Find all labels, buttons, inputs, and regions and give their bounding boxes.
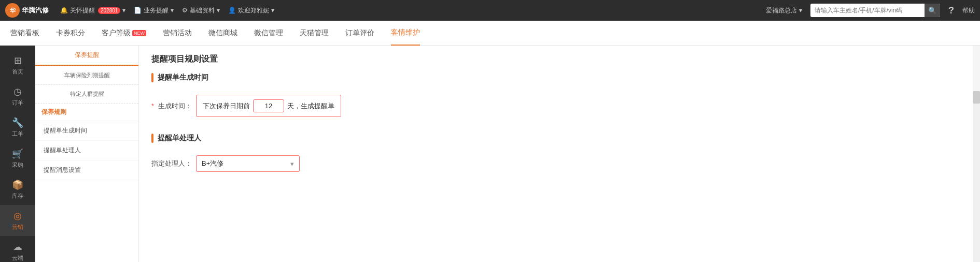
required-star: * (151, 102, 154, 110)
sidebar-item-inventory[interactable]: 📦 库存 (0, 174, 35, 205)
topnav-item-guanhuai[interactable]: 🔔 关怀提醒 202801 ▾ (60, 6, 125, 15)
tab-yingxiao-kanban[interactable]: 营销看板 (10, 21, 39, 46)
sidebar-item-purchase[interactable]: 🛒 采购 (0, 143, 35, 174)
sidebar-item-order[interactable]: ◷ 订单 (0, 81, 35, 112)
main-layout: ⊞ 首页 ◷ 订单 🔧 工单 🛒 采购 📦 库存 ◎ 营销 ☁ 云端 (0, 46, 980, 262)
tab-yingxiao-huodong[interactable]: 营销活动 (163, 21, 192, 46)
sidebar: ⊞ 首页 ◷ 订单 🔧 工单 🛒 采购 📦 库存 ◎ 营销 ☁ 云端 (0, 46, 35, 262)
global-search: 🔍 (810, 4, 940, 17)
sidebar-label-cloud: 云端 (12, 254, 23, 262)
brand-logo: 华 华腾汽修 (5, 3, 52, 18)
doc-icon: 📄 (134, 7, 142, 14)
sidebar-label-home: 首页 (12, 68, 23, 76)
sidebar-label-workorder: 工单 (12, 130, 23, 138)
search-input[interactable] (810, 7, 925, 14)
gear-icon: ⚙ (182, 7, 188, 14)
section-bar-2 (151, 134, 153, 143)
second-navigation: 营销看板 卡券积分 客户等级 NEW 营销活动 微信商城 微信管理 天猫管理 订… (0, 21, 980, 46)
section-chuliren: 提醒单处理人 指定处理人： B+汽修 ▾ (151, 134, 960, 176)
left-menu-tabs: 保养提醒 (35, 46, 138, 66)
brand-name: 华腾汽修 (22, 6, 49, 15)
tab-tianmao-guanli[interactable]: 天猫管理 (300, 21, 329, 46)
sidebar-item-marketing[interactable]: ◎ 营销 (0, 205, 35, 236)
section-header-1: 提醒单生成时间 (151, 73, 960, 82)
sidebar-label-inventory: 库存 (12, 192, 23, 200)
tab-kehu-dengji[interactable]: 客户等级 NEW (102, 21, 146, 46)
tab-weixin-shangcheng[interactable]: 微信商城 (208, 21, 237, 46)
left-menu: 保养提醒 车辆保险到期提醒 特定人群提醒 保养规则 提醒单生成时间 提醒单处理人 (35, 46, 139, 262)
section-shengcheng-shijian: 提醒单生成时间 * 生成时间： 下次保养日期前 天，生成提醒单 (151, 73, 960, 121)
left-tab-baoyang[interactable]: 保养提醒 (35, 46, 138, 66)
left-menu-item-xiaoxishezhi[interactable]: 提醒消息设置 (35, 161, 138, 180)
form-row-chuliren: 指定处理人： B+汽修 ▾ (151, 151, 960, 176)
suffix-text: 天，生成提醒单 (287, 101, 334, 111)
section-header-2: 提醒单处理人 (151, 134, 960, 143)
sidebar-item-workorder[interactable]: 🔧 工单 (0, 112, 35, 143)
scrollbar-track[interactable] (973, 91, 980, 262)
store-name: 爱福路总店 (766, 6, 797, 15)
brand-icon: 华 (5, 3, 20, 18)
topnav-item-user[interactable]: 👤 欢迎郑雅妮 ▾ (228, 6, 274, 15)
tab-dingdan-pingjia[interactable]: 订单评价 (345, 21, 374, 46)
chevron-down-icon-2: ▾ (171, 7, 174, 14)
left-tab-tedingren[interactable]: 特定人群提醒 (35, 85, 138, 103)
help-label: 帮助 (962, 6, 975, 15)
form-label-shengcheng: 生成时间： (158, 101, 192, 111)
prefix-text: 下次保养日期前 (203, 101, 250, 111)
section-title-2: 提醒单处理人 (158, 134, 201, 143)
order-icon: ◷ (13, 86, 22, 97)
tab-keqing-weihu[interactable]: 客情维护 (391, 21, 420, 46)
left-tab-baoxian[interactable]: 车辆保险到期提醒 (35, 66, 138, 84)
left-menu-item-chuliren[interactable]: 提醒单处理人 (35, 141, 138, 161)
chevron-down-icon-3: ▾ (217, 7, 220, 14)
topnav-item-jichuziliao[interactable]: ⚙ 基础资料 ▾ (182, 6, 220, 15)
top-navigation: 华 华腾汽修 🔔 关怀提醒 202801 ▾ 📄 业务提醒 ▾ ⚙ 基础资料 ▾… (0, 0, 980, 21)
store-selector[interactable]: 爱福路总店 ▾ (766, 6, 802, 15)
help-button[interactable]: ? (948, 5, 954, 16)
topnav-item-yewu[interactable]: 📄 业务提醒 ▾ (134, 6, 174, 15)
form-row-shengcheng: * 生成时间： 下次保养日期前 天，生成提醒单 (151, 91, 960, 121)
shengcheng-box: 下次保养日期前 天，生成提醒单 (196, 95, 341, 117)
cloud-icon: ☁ (13, 241, 22, 253)
section-bar-1 (151, 73, 153, 82)
page-title: 提醒项目规则设置 (151, 54, 960, 65)
workorder-icon: 🔧 (12, 117, 23, 128)
tab-kaquan-jifen[interactable]: 卡券积分 (56, 21, 85, 46)
tab-weixin-guanli[interactable]: 微信管理 (254, 21, 283, 46)
chuliren-dropdown[interactable]: B+汽修 ▾ (196, 155, 300, 172)
chevron-down-icon: ▾ (122, 7, 125, 14)
new-badge: NEW (132, 30, 146, 36)
sidebar-item-cloud[interactable]: ☁ 云端 (0, 236, 35, 262)
dropdown-value: B+汽修 (202, 159, 223, 168)
inventory-icon: 📦 (12, 179, 23, 191)
sidebar-label-order: 订单 (12, 99, 23, 107)
sidebar-label-marketing: 营销 (12, 223, 23, 231)
content-area: 保养提醒 车辆保险到期提醒 特定人群提醒 保养规则 提醒单生成时间 提醒单处理人 (35, 46, 980, 262)
bell-icon: 🔔 (60, 7, 68, 14)
scrollbar-thumb[interactable] (973, 91, 980, 104)
chevron-down-icon-dropdown: ▾ (290, 160, 294, 168)
section-title-1: 提醒单生成时间 (158, 73, 208, 82)
guanhuai-badge: 202801 (98, 7, 120, 14)
marketing-icon: ◎ (13, 210, 22, 222)
sidebar-item-home[interactable]: ⊞ 首页 (0, 50, 35, 81)
search-button[interactable]: 🔍 (925, 4, 940, 17)
left-menu-item-shengcheng[interactable]: 提醒单生成时间 (35, 121, 138, 141)
home-icon: ⊞ (14, 55, 22, 66)
chevron-down-icon-4: ▾ (271, 7, 274, 14)
main-content: 提醒项目规则设置 提醒单生成时间 * 生成时间： 下次保养日期前 天，生成提醒单 (139, 46, 973, 262)
purchase-icon: 🛒 (12, 148, 23, 159)
days-input[interactable] (253, 99, 284, 112)
left-menu-section-label: 保养规则 (35, 104, 138, 121)
store-chevron-icon: ▾ (799, 7, 802, 14)
form-label-chuliren: 指定处理人： (151, 159, 192, 168)
sidebar-label-purchase: 采购 (12, 161, 23, 169)
user-icon: 👤 (228, 7, 236, 14)
